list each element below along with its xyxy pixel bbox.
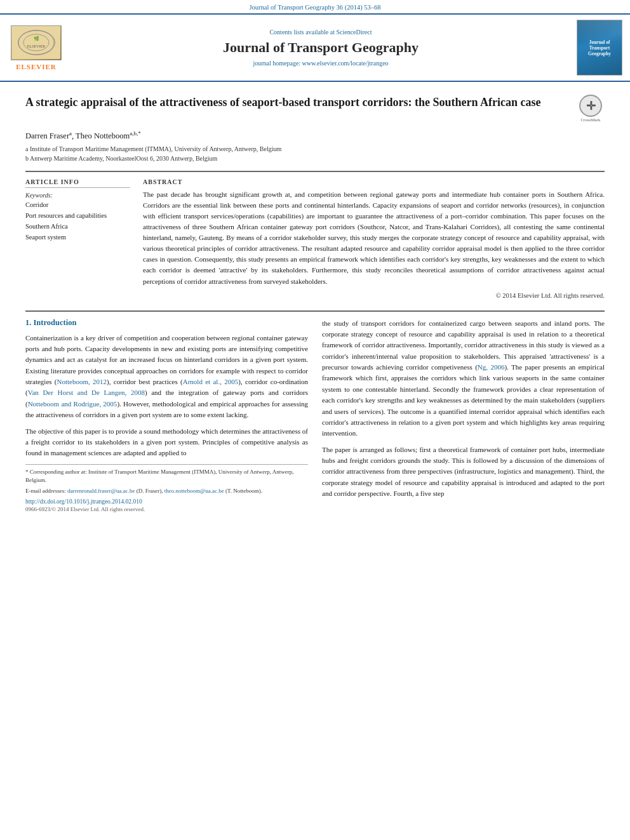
article-info: ARTICLE INFO Keywords: Corridor Port res… [25, 178, 130, 298]
cover-text: Journal of Transport Geography [580, 39, 619, 57]
email-line: E-mail addresses: darrenronald.fraser@ua… [25, 487, 308, 496]
author-notteboom: Theo Notteboom [76, 131, 130, 140]
abstract-title: ABSTRACT [143, 178, 605, 185]
keyword-1: Corridor [25, 200, 130, 211]
journal-citation: Journal of Transport Geography 36 (2014)… [0, 0, 630, 13]
svg-text:🌿: 🌿 [34, 36, 39, 41]
right-column: the study of transport corridors for con… [322, 318, 605, 513]
article-body: A strategic appraisal of the attractiven… [0, 82, 630, 525]
crossmark: ✛ CrossMark [577, 95, 605, 123]
keyword-2: Port resources and capabilities [25, 211, 130, 222]
footer-area: * Corresponding author at: Institute of … [25, 464, 308, 513]
main-columns: 1. Introduction Containerization is a ke… [25, 318, 605, 513]
abstract-section: ABSTRACT The past decade has brought sig… [143, 178, 605, 298]
info-abstract-section: ARTICLE INFO Keywords: Corridor Port res… [25, 178, 605, 298]
keyword-3: Southern Africa [25, 222, 130, 232]
journal-header: 🌿 ELSEVIER ELSEVIER Contents lists avail… [0, 13, 630, 82]
authors-line: Darren Frasera, Theo Nottebooma,b,* [25, 130, 605, 141]
elsevier-name: ELSEVIER [16, 63, 57, 70]
crossmark-label: CrossMark [580, 117, 600, 123]
ref-vanderhorst[interactable]: Van Der Horst and De Langen, 2008 [28, 389, 145, 396]
affiliation-a: a Institute of Transport Maritime Manage… [25, 144, 605, 154]
crossmark-icon: ✛ [579, 95, 602, 117]
keywords-label: Keywords: [25, 192, 130, 199]
intro-paragraph-2: The objective of this paper is to provid… [25, 426, 308, 459]
article-info-title: ARTICLE INFO [25, 178, 130, 188]
article-title-section: A strategic appraisal of the attractiven… [25, 95, 605, 123]
elsevier-logo-image: 🌿 ELSEVIER [11, 25, 62, 60]
ref-arnold[interactable]: Arnold et al., 2005 [183, 378, 239, 385]
corresponding-note: * Corresponding author at: Institute of … [25, 468, 308, 485]
right-paragraph-2: The paper is arranged as follows; first … [322, 444, 605, 500]
affiliation-b: b Antwerp Maritime Academy, NoorkasteelO… [25, 154, 605, 163]
svg-text:ELSEVIER: ELSEVIER [27, 44, 45, 48]
article-title: A strategic appraisal of the attractiven… [25, 95, 570, 110]
ref-ng[interactable]: Ng, 2006 [478, 363, 505, 371]
section1-heading: 1. Introduction [25, 318, 308, 328]
contents-available: Contents lists available at ScienceDirec… [72, 29, 569, 36]
author-fraser: Darren Fraser [25, 131, 69, 140]
email-notteboom[interactable]: theo.notteboom@ua.ac.be [164, 488, 224, 494]
keywords-list: Corridor Port resources and capabilities… [25, 200, 130, 243]
email-fraser[interactable]: darrenronald.fraser@ua.ac.be [67, 488, 135, 494]
keyword-4: Seaport system [25, 232, 130, 243]
intro-paragraph-1: Containerization is a key driver of comp… [25, 333, 308, 421]
doi-line[interactable]: http://dx.doi.org/10.1016/j.jtrangeo.201… [25, 498, 308, 505]
ref-notteboom[interactable]: Notteboom, 2012 [57, 378, 107, 385]
svg-rect-0 [12, 26, 60, 59]
affiliations: a Institute of Transport Maritime Manage… [25, 144, 605, 163]
left-column: 1. Introduction Containerization is a ke… [25, 318, 308, 513]
abstract-text: The past decade has brought significant … [143, 189, 605, 286]
body-divider [25, 310, 605, 312]
svg-point-2 [23, 34, 49, 51]
journal-cover-thumbnail: Journal of Transport Geography [577, 20, 622, 76]
header-divider [25, 171, 605, 172]
copyright: © 2014 Elsevier Ltd. All rights reserved… [143, 292, 605, 299]
journal-center: Contents lists available at ScienceDirec… [72, 29, 569, 67]
elsevier-logo: 🌿 ELSEVIER ELSEVIER [8, 25, 65, 70]
right-paragraph-1: the study of transport corridors for con… [322, 318, 605, 439]
journal-title: Journal of Transport Geography [72, 39, 569, 56]
svg-point-1 [18, 30, 54, 55]
journal-homepage: journal homepage: www.elsevier.com/locat… [72, 60, 569, 67]
issn-line: 0966-6923/© 2014 Elsevier Ltd. All right… [25, 506, 308, 512]
ref-notteboom-rodrigue[interactable]: Notteboom and Rodrigue, 2005 [28, 400, 117, 408]
